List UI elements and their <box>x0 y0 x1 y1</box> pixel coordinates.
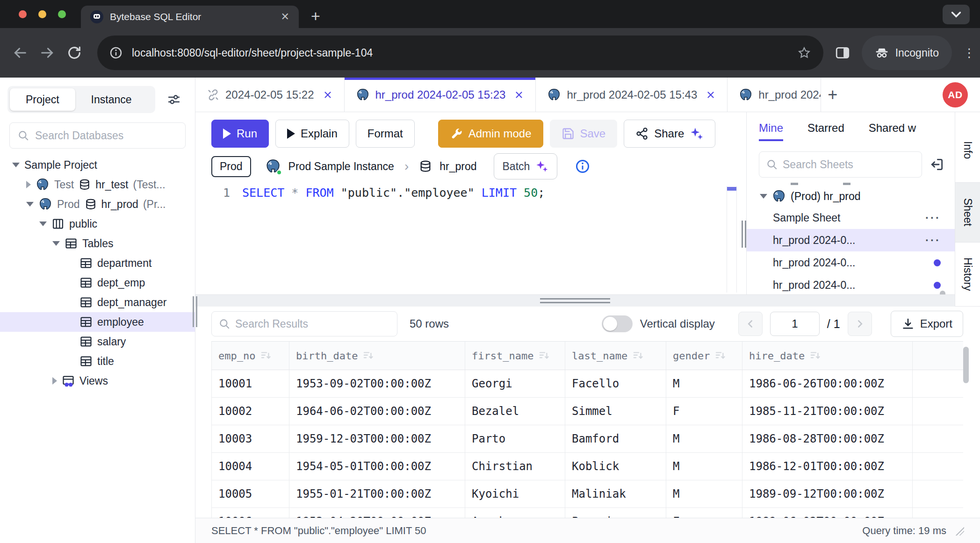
tree-node-table-department[interactable]: department <box>0 253 195 273</box>
sheet-item-sample-sheet[interactable]: Sample Sheet ··· <box>747 207 955 229</box>
sheets-search-input[interactable] <box>783 158 915 171</box>
cell-emp-no[interactable]: 10004 <box>211 453 289 480</box>
tab-search-button[interactable] <box>943 5 970 24</box>
cell-first-name[interactable]: Kyoichi <box>465 480 565 507</box>
close-window-button[interactable] <box>19 10 27 18</box>
cell-gender[interactable]: M <box>666 425 742 452</box>
cell-gender[interactable]: M <box>666 453 742 480</box>
table-row[interactable]: 10002 1964-06-02T00:00:00Z Bezalel Simme… <box>211 398 963 425</box>
tree-node-hr-test[interactable]: Test hr_test (Test... <box>0 175 195 194</box>
column-header-last-name[interactable]: last_name <box>565 342 666 370</box>
sidebar-resize-handle[interactable] <box>193 296 197 327</box>
add-sheet-tab-button[interactable]: + <box>821 78 844 112</box>
sql-code-line[interactable]: SELECT * FROM "public"."employee" LIMIT … <box>230 186 545 294</box>
caret-down-icon[interactable] <box>39 221 47 226</box>
editor-overview-ruler[interactable] <box>727 186 737 293</box>
rail-tab-info[interactable]: Info <box>955 118 980 182</box>
site-info-icon[interactable] <box>109 46 122 59</box>
next-page-button[interactable] <box>848 312 872 336</box>
cell-hire-date[interactable]: 1986-06-26T00:00:00Z <box>742 370 913 397</box>
zoom-window-button[interactable] <box>58 10 66 18</box>
sheet-tab-2-active[interactable]: hr_prod 2024-02-05 15:23 <box>345 78 536 112</box>
sort-icon[interactable] <box>632 350 644 362</box>
results-scrollbar[interactable] <box>963 347 969 383</box>
url-text[interactable]: localhost:8080/sql-editor/sheet/project-… <box>132 47 788 59</box>
filter-sliders-icon[interactable] <box>167 93 181 107</box>
sort-icon[interactable] <box>714 350 727 362</box>
cell-hire-date[interactable]: 1985-11-21T00:00:00Z <box>742 398 913 425</box>
rail-tab-sheet[interactable]: Sheet <box>955 182 980 243</box>
column-header-first-name[interactable]: first_name <box>465 342 565 370</box>
panel-splitter[interactable] <box>195 294 955 307</box>
close-sheet-tab-icon[interactable] <box>323 90 333 100</box>
export-button[interactable]: Export <box>891 311 963 337</box>
caret-down-icon[interactable] <box>12 163 20 167</box>
sheet-item-selected[interactable]: hr_prod 2024-0... ··· <box>747 229 955 251</box>
admin-mode-button[interactable]: Admin mode <box>438 120 543 148</box>
sheet-tab-4[interactable]: hr_prod 2024-0 <box>728 78 821 112</box>
cell-birth-date[interactable]: 1954-05-01T00:00:00Z <box>289 453 465 480</box>
sort-icon[interactable] <box>809 350 821 362</box>
page-number-input[interactable] <box>770 312 820 336</box>
import-sheet-icon[interactable] <box>930 157 944 172</box>
cell-last-name[interactable]: Koblick <box>565 453 666 480</box>
column-header-gender[interactable]: gender <box>666 342 742 370</box>
sheet-item-4[interactable]: hr_prod 2024-0... <box>747 274 955 294</box>
resize-corner-icon[interactable] <box>955 526 964 536</box>
cell-first-name[interactable]: Anneke <box>465 508 565 518</box>
cell-last-name[interactable]: Facello <box>565 370 666 397</box>
column-header-hire-date[interactable]: hire_date <box>742 342 913 370</box>
tree-node-table-salary[interactable]: salary <box>0 332 195 351</box>
rail-tab-history[interactable]: History <box>955 243 980 306</box>
close-sheet-tab-icon[interactable] <box>514 90 524 100</box>
side-panel-icon[interactable] <box>835 45 850 61</box>
vertical-display-toggle[interactable] <box>602 315 633 332</box>
cell-hire-date[interactable]: 1986-12-01T00:00:00Z <box>742 453 913 480</box>
table-row[interactable]: 10003 1959-12-03T00:00:00Z Parto Bamford… <box>211 425 963 453</box>
database-search-input[interactable] <box>35 129 178 142</box>
table-row[interactable]: 10005 1955-01-21T00:00:00Z Kyoichi Malin… <box>211 480 963 508</box>
caret-down-icon[interactable] <box>760 194 767 199</box>
sort-icon[interactable] <box>538 350 550 362</box>
tab-shared-with-me[interactable]: Shared w <box>869 121 916 141</box>
sheet-tab-3[interactable]: hr_prod 2024-02-05 15:43 <box>536 78 728 112</box>
run-button[interactable]: Run <box>211 120 269 148</box>
tab-instance[interactable]: Instance <box>75 88 148 111</box>
sheets-search[interactable] <box>759 151 922 178</box>
cell-emp-no[interactable]: 10002 <box>211 398 289 425</box>
cell-hire-date[interactable]: 1989-06-02T00:00:00Z <box>742 508 913 518</box>
sheets-scrollbar[interactable] <box>940 291 945 294</box>
sheets-group-hr-prod[interactable]: (Prod) hr_prod <box>747 186 955 207</box>
tree-node-schema-public[interactable]: public <box>0 214 195 234</box>
cell-gender[interactable]: F <box>666 508 742 518</box>
tab-starred[interactable]: Starred <box>807 121 844 141</box>
cell-last-name[interactable]: Bamford <box>565 425 666 452</box>
tree-node-table-title[interactable]: title <box>0 351 195 371</box>
cell-first-name[interactable]: Chirstian <box>465 453 565 480</box>
tab-project[interactable]: Project <box>10 88 75 111</box>
bookmark-star-icon[interactable] <box>797 46 811 60</box>
close-tab-icon[interactable]: ✕ <box>281 11 289 23</box>
back-icon[interactable] <box>12 45 28 61</box>
cell-birth-date[interactable]: 1953-09-02T00:00:00Z <box>289 370 465 397</box>
instance-name[interactable]: Prod Sample Instance <box>288 160 394 173</box>
sheet-item-3[interactable]: hr_prod 2024-0... <box>747 251 955 274</box>
tree-node-tables-group[interactable]: Tables <box>0 234 195 253</box>
cell-first-name[interactable]: Georgi <box>465 370 565 397</box>
browser-menu-icon[interactable]: ⋮ <box>963 51 968 55</box>
tree-node-views-group[interactable]: Views <box>0 371 195 391</box>
results-search[interactable] <box>211 311 397 336</box>
prev-page-button[interactable] <box>738 312 763 336</box>
tree-node-project[interactable]: Sample Project <box>0 155 195 175</box>
forward-icon[interactable] <box>39 45 55 61</box>
format-button[interactable]: Format <box>356 120 415 148</box>
cell-birth-date[interactable]: 1964-06-02T00:00:00Z <box>289 398 465 425</box>
browser-tab[interactable]: Bytebase SQL Editor ✕ <box>81 6 299 28</box>
cell-emp-no[interactable]: 10001 <box>211 370 289 397</box>
cell-emp-no[interactable]: 10005 <box>211 480 289 507</box>
tree-node-hr-prod[interactable]: Prod hr_prod (Pr... <box>0 194 195 214</box>
cell-hire-date[interactable]: 1989-09-12T00:00:00Z <box>742 480 913 507</box>
cell-last-name[interactable]: Maliniak <box>565 480 666 507</box>
batch-button[interactable]: Batch <box>494 153 558 179</box>
database-search[interactable] <box>9 122 186 149</box>
